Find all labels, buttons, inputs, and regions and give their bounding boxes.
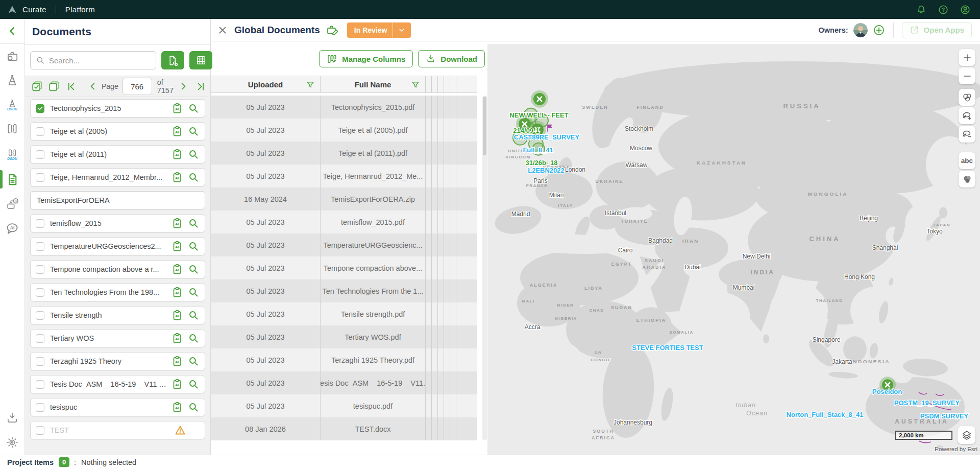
item-checkbox[interactable] bbox=[36, 242, 44, 251]
sidebar-item-download[interactable] bbox=[0, 408, 24, 428]
map-panel[interactable]: RUSSIASWEDENFINLANDUNITEDKINGDOMGERMANYF… bbox=[487, 44, 980, 455]
item-checkbox[interactable] bbox=[36, 104, 44, 113]
zoom-in-button[interactable] bbox=[959, 49, 975, 66]
world-map[interactable]: RUSSIASWEDENFINLANDUNITEDKINGDOMGERMANYF… bbox=[487, 44, 980, 455]
next-page-button[interactable] bbox=[179, 80, 188, 92]
select-all-button[interactable] bbox=[31, 80, 43, 92]
list-item[interactable]: Teige, Hermanrud_2012_Membr... AI bbox=[30, 168, 205, 186]
map-well-label[interactable]: 31/26b- 18 bbox=[526, 159, 558, 167]
table-row[interactable]: 05 Jul 2023 Tempone compaction above... bbox=[211, 256, 477, 279]
table-scrollbar[interactable] bbox=[482, 96, 487, 440]
status-dropdown[interactable]: In Review bbox=[347, 22, 411, 38]
first-page-button[interactable] bbox=[66, 80, 76, 92]
search-box[interactable] bbox=[30, 51, 156, 69]
edit-collection-icon[interactable] bbox=[326, 24, 339, 37]
sidebar-item-portfolio-search[interactable] bbox=[0, 46, 24, 66]
item-checkbox[interactable] bbox=[36, 403, 44, 412]
ai-clipboard-icon[interactable]: AI bbox=[171, 401, 183, 413]
table-row[interactable]: 05 Jul 2023 Terzaghi 1925 Theory.pdf bbox=[211, 348, 477, 371]
ai-clipboard-icon[interactable]: AI bbox=[171, 332, 183, 344]
owner-avatar[interactable] bbox=[853, 23, 868, 37]
table-row[interactable]: 05 Jul 2023 Tensile strength.pdf bbox=[211, 302, 477, 325]
sidebar-item-ai-assistant[interactable]: AI bbox=[0, 218, 24, 239]
sidebar-item-documents[interactable] bbox=[0, 169, 24, 190]
table-row[interactable]: 05 Jul 2023 Teige et al (2005).pdf bbox=[211, 119, 477, 142]
map-survey-label[interactable]: CAST89RE_SURVEY bbox=[514, 133, 580, 141]
lasso-select-button[interactable] bbox=[959, 107, 975, 124]
sidebar-item-seismic-osdu[interactable]: OSDU bbox=[0, 144, 24, 165]
item-checkbox[interactable] bbox=[36, 288, 44, 297]
locate-item-icon[interactable] bbox=[187, 125, 200, 137]
table-row[interactable]: 16 May 2024 TemisExportForOERA.zip bbox=[211, 187, 477, 210]
list-item[interactable]: TemperatureURGGeosciences2... AI bbox=[30, 237, 205, 255]
list-item[interactable]: temisflow_2015 AI bbox=[30, 214, 205, 232]
previous-page-button[interactable] bbox=[88, 80, 97, 92]
table-row[interactable]: 05 Jul 2023 tesispuc.pdf bbox=[211, 394, 477, 417]
table-row[interactable]: 08 Jan 2026 TEST.docx bbox=[211, 417, 477, 440]
last-page-button[interactable] bbox=[196, 80, 206, 92]
locate-item-icon[interactable] bbox=[187, 286, 200, 298]
list-item-editing[interactable]: TemisExportForOERA bbox=[30, 191, 205, 209]
map-survey-label[interactable]: PSDM SURVEY bbox=[920, 412, 969, 420]
brand-name[interactable]: Curate bbox=[22, 5, 46, 14]
ai-clipboard-icon[interactable]: AI bbox=[171, 125, 183, 137]
doc-item-label[interactable]: TemisExportForOERA bbox=[37, 196, 200, 204]
ai-clipboard-icon[interactable]: AI bbox=[171, 217, 183, 229]
export-documents-button[interactable] bbox=[161, 51, 184, 69]
sidebar-item-project-link[interactable]: 0 bbox=[0, 194, 24, 214]
notifications-bell-icon[interactable] bbox=[916, 4, 927, 15]
table-row[interactable]: 05 Jul 2023 Ten Technologies From the 1.… bbox=[211, 279, 477, 302]
grid-view-button[interactable] bbox=[189, 51, 212, 69]
map-survey-label[interactable]: Norton_Full_Stack_8_41 bbox=[787, 411, 864, 418]
item-checkbox[interactable] bbox=[36, 357, 44, 366]
close-icon[interactable] bbox=[217, 25, 228, 36]
map-survey-label[interactable]: L2EBN2022 bbox=[528, 167, 564, 174]
table-row[interactable]: 05 Jul 2023 Tesis Doc_ASM _ 16-5-19 _ V1… bbox=[211, 371, 477, 394]
ai-clipboard-icon[interactable]: AI bbox=[171, 148, 183, 160]
item-checkbox[interactable] bbox=[36, 265, 44, 274]
sidebar-item-settings[interactable] bbox=[0, 432, 24, 453]
table-row[interactable]: 05 Jul 2023 temisflow_2015.pdf bbox=[211, 210, 477, 233]
table-row[interactable]: 05 Jul 2023 TemperatureURGGeoscienc... bbox=[211, 233, 477, 256]
basemap-button[interactable] bbox=[959, 171, 975, 187]
sidebar-item-seismic[interactable] bbox=[0, 119, 24, 139]
map-well-label[interactable]: NEW WELL - FEET bbox=[509, 111, 568, 119]
user-profile-icon[interactable] bbox=[960, 4, 971, 15]
ai-clipboard-icon[interactable]: AI bbox=[171, 263, 183, 275]
filter-icon[interactable] bbox=[411, 80, 420, 89]
list-item[interactable]: Terzaghi 1925 Theory AI bbox=[30, 352, 205, 370]
table-row[interactable]: 05 Jul 2023 Tertiary WOS.pdf bbox=[211, 325, 477, 348]
locate-item-icon[interactable] bbox=[187, 217, 200, 229]
list-item[interactable]: Teige et al (2011) AI bbox=[30, 145, 205, 163]
cluster-toggle-button[interactable] bbox=[959, 89, 975, 106]
list-item[interactable]: Ten Technologies From the 198... AI bbox=[30, 283, 205, 301]
list-item[interactable]: Tectonophysics_2015 AI bbox=[30, 99, 205, 118]
table-row[interactable]: 05 Jul 2023 Teige et al (2011).pdf bbox=[211, 142, 477, 165]
item-checkbox[interactable] bbox=[36, 173, 44, 182]
download-button[interactable]: Download bbox=[418, 50, 485, 67]
chevron-down-icon[interactable] bbox=[393, 22, 411, 38]
locate-item-icon[interactable] bbox=[187, 263, 200, 275]
add-owner-icon[interactable] bbox=[873, 24, 885, 36]
page-number-input[interactable] bbox=[122, 78, 152, 95]
locate-item-icon[interactable] bbox=[187, 148, 200, 160]
ai-clipboard-icon[interactable]: AI bbox=[171, 286, 183, 298]
item-checkbox[interactable] bbox=[36, 426, 44, 435]
list-item-warning[interactable]: TEST bbox=[30, 421, 205, 439]
list-item[interactable]: Teige et al (2005) AI bbox=[30, 122, 205, 140]
help-icon[interactable]: ? bbox=[938, 4, 949, 15]
sidebar-item-wells[interactable] bbox=[0, 70, 24, 90]
filter-icon[interactable] bbox=[306, 80, 315, 89]
locate-item-icon[interactable] bbox=[187, 401, 200, 413]
manage-columns-button[interactable]: Manage Columns bbox=[319, 50, 413, 67]
ai-clipboard-icon[interactable]: AI bbox=[171, 102, 183, 114]
ai-clipboard-icon[interactable]: AI bbox=[171, 378, 183, 390]
sidebar-item-wells-osdu[interactable]: OSDU bbox=[0, 95, 24, 115]
locate-item-icon[interactable] bbox=[187, 240, 200, 252]
product-name[interactable]: Platform bbox=[65, 5, 95, 14]
back-button[interactable] bbox=[0, 21, 24, 41]
zoom-out-button[interactable] bbox=[959, 67, 975, 84]
item-checkbox[interactable] bbox=[36, 380, 44, 389]
map-survey-label[interactable]: POSTM_19_SURVEY bbox=[894, 399, 960, 407]
locate-item-icon[interactable] bbox=[187, 378, 200, 390]
